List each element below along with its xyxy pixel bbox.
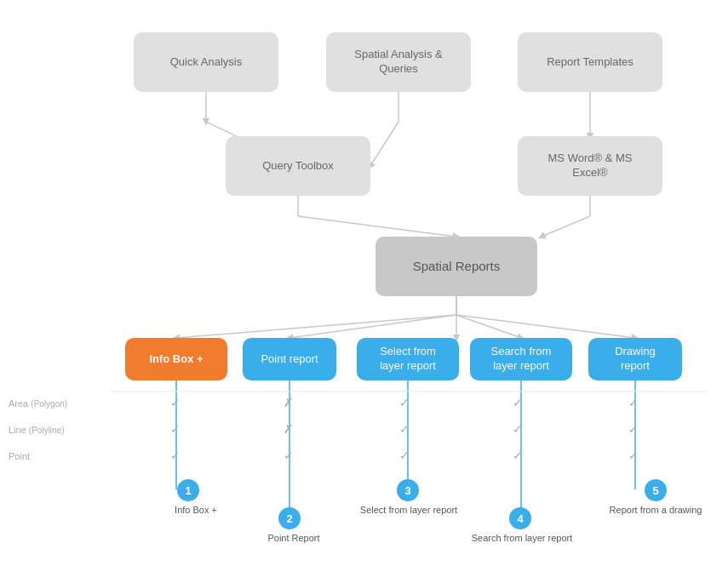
check-point-point: ✓ [284,449,294,462]
check-infobox-area: ✓ [170,396,181,409]
check-drawing-area: ✓ [628,396,639,409]
diagram-container: Quick Analysis Spatial Analysis &Queries… [0,0,728,566]
spatial-reports-node: Spatial Reports [375,237,537,296]
badge-3-num: 3 [404,484,410,497]
info-box-node[interactable]: Info Box + [125,338,227,380]
row-label-area: Area (Polygon) [9,398,67,409]
ms-word-label: MS Word® & MSExcel® [548,152,633,180]
spatial-analysis-label: Spatial Analysis &Queries [354,48,442,77]
check-search-point: ✓ [513,449,523,462]
select-from-layer-label: Select fromlayer report [380,345,436,374]
check-select-line: ✓ [399,422,410,436]
badge-3: 3 [397,479,419,501]
check-select-area: ✓ [399,396,410,409]
badge-5-num: 5 [652,484,658,497]
badge-2: 2 [278,507,301,529]
badge-2-label: Point Report [255,533,332,543]
badge-1: 1 [177,479,199,501]
drawing-report-node[interactable]: Drawingreport [588,338,682,380]
select-from-layer-node[interactable]: Select fromlayer report [357,338,459,380]
check-search-line: ✓ [513,422,523,436]
badge-5: 5 [645,479,667,501]
svg-line-12 [289,315,456,338]
report-templates-node: Report Templates [518,32,662,92]
svg-line-8 [542,216,590,237]
report-templates-label: Report Templates [547,55,633,70]
search-from-layer-node[interactable]: Search fromlayer report [470,338,572,380]
info-box-label: Info Box + [149,352,203,367]
query-toolbox-label: Query Toolbox [262,159,334,174]
drawing-report-label: Drawingreport [615,345,656,374]
svg-line-6 [298,216,456,237]
spatial-analysis-node: Spatial Analysis &Queries [326,32,471,92]
svg-line-15 [456,315,521,338]
svg-line-17 [456,315,635,338]
check-infobox-line: ✓ [170,422,181,436]
query-toolbox-node: Query Toolbox [226,136,370,196]
badge-4: 4 [509,507,531,529]
check-search-area: ✓ [513,396,523,409]
point-report-label: Point report [261,352,318,367]
svg-line-3 [370,122,398,166]
badge-5-label: Report from a drawing [605,505,707,515]
check-infobox-point: ✓ [170,449,181,462]
svg-line-10 [176,315,456,338]
spatial-reports-label: Spatial Reports [413,258,501,275]
badge-3-label: Select from layer report [358,505,460,515]
ms-word-node: MS Word® & MSExcel® [518,136,662,196]
row-label-line: Line (Polyline) [9,425,65,435]
quick-analysis-label: Quick Analysis [170,55,243,70]
search-from-layer-label: Search fromlayer report [491,345,552,374]
badge-2-num: 2 [286,512,292,525]
check-drawing-line: ✓ [628,422,639,436]
badge-4-num: 4 [517,512,523,525]
cross-point-line: ✗ [284,422,294,436]
badge-1-num: 1 [185,484,191,497]
badge-1-label: Info Box + [158,505,234,515]
check-drawing-point: ✓ [628,449,639,462]
check-select-point: ✓ [399,449,410,462]
badge-4-label: Search from layer report [471,533,573,543]
row-label-point: Point [9,451,30,461]
point-report-node[interactable]: Point report [243,338,336,380]
cross-point-area: ✗ [284,396,294,409]
quick-analysis-node: Quick Analysis [134,32,278,92]
